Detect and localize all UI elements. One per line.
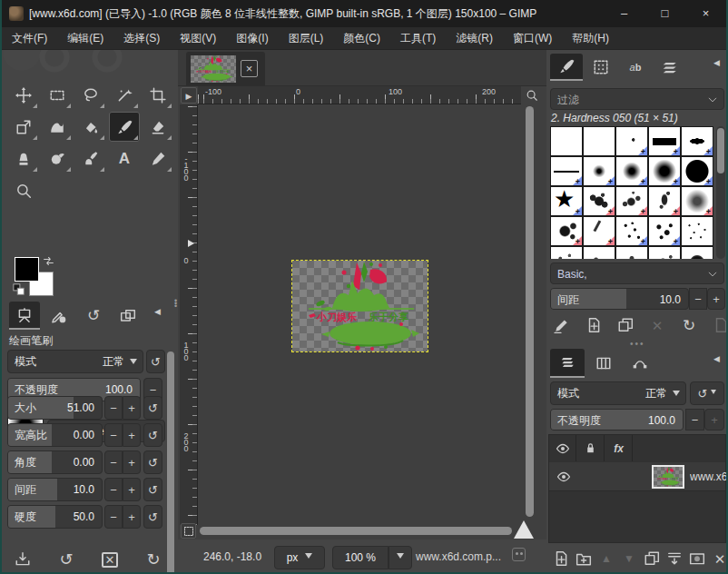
brush-cell-stroke[interactable]: + [583, 216, 615, 246]
zoom-tool[interactable] [8, 175, 39, 205]
硬度-increase-button[interactable]: + [123, 505, 141, 529]
duplicate-brush-button[interactable] [615, 315, 635, 335]
merge-down-button[interactable] [664, 548, 685, 569]
brush-cell-splat2[interactable]: + [615, 186, 648, 216]
brush-cell-soft3[interactable]: + [648, 156, 681, 186]
menu-l[interactable]: 图层(L) [279, 27, 334, 50]
tab-patterns[interactable] [585, 54, 617, 81]
crop-tool[interactable] [143, 80, 173, 110]
tool-options-vscrollbar[interactable] [167, 351, 174, 574]
brush-cell-soft2[interactable]: + [615, 156, 648, 186]
delete-layer-button[interactable]: ✕ [709, 548, 728, 569]
间距-decrease-button[interactable]: − [104, 478, 123, 501]
角度-increase-button[interactable]: + [123, 450, 141, 474]
角度-decrease-button[interactable]: − [104, 450, 123, 474]
bucket-fill-tool[interactable] [75, 112, 106, 142]
ruler-corner-menu-icon[interactable]: ▶ [181, 87, 197, 104]
new-group-button[interactable] [573, 548, 595, 569]
fx-header-icon[interactable]: fx [605, 435, 633, 461]
layer-row[interactable]: 小刀娱乐 乐于分享 www.x6d.com.p [549, 462, 725, 491]
brush-cell-disc[interactable]: + [681, 156, 713, 186]
brush-cell-dots[interactable]: + [615, 216, 648, 246]
宽高比-increase-button[interactable]: + [123, 423, 141, 447]
宽高比-decrease-button[interactable]: − [104, 423, 123, 447]
close-button[interactable]: × [685, 0, 726, 27]
warp-tool[interactable] [42, 112, 73, 142]
大小-decrease-button[interactable]: − [104, 396, 123, 420]
title-bar[interactable]: [www.x6d.com] (已导入) -1.0 (RGB 颜色 8 位非线性整… [2, 0, 726, 27]
brush-cell-soft1[interactable]: + [583, 156, 615, 186]
brush-cell-splat3[interactable]: + [648, 186, 681, 216]
brush-cell-tex3[interactable] [615, 246, 648, 259]
menu-i[interactable]: 图像(I) [226, 27, 278, 50]
image-tab[interactable]: 小刀娱乐 乐于分享 × [186, 52, 265, 85]
spacing-increase-button[interactable]: + [707, 288, 725, 310]
layer-mode-options-button[interactable]: ↺ [690, 381, 724, 405]
lower-layer-button[interactable]: ▼ [618, 548, 640, 569]
brush-grid-scrollbar[interactable] [716, 126, 725, 259]
foreground-color-swatch[interactable] [15, 257, 39, 282]
free-select-tool[interactable] [75, 80, 106, 110]
menu-v[interactable]: 视图(V) [170, 27, 226, 50]
menu-w[interactable]: 窗口(W) [503, 27, 562, 50]
间距-increase-button[interactable]: + [123, 478, 141, 501]
reset-mode-button[interactable]: ↺ [146, 350, 165, 373]
text-tool[interactable]: A [109, 144, 140, 173]
maximize-button[interactable]: □ [644, 0, 685, 27]
brush-cell-blobs[interactable]: + [648, 216, 681, 246]
tab-fonts[interactable]: ab [619, 54, 652, 81]
zoom-follow-icon[interactable] [524, 87, 540, 104]
canvas-image[interactable]: 小刀娱乐 乐于分享 [291, 260, 428, 352]
dock-tab-undo-history[interactable]: ↺ [78, 302, 109, 330]
brush-cell-blank[interactable] [583, 126, 615, 156]
brush-cell-blank[interactable] [550, 126, 583, 156]
间距-reset-button[interactable]: ↺ [143, 478, 162, 501]
minimize-button[interactable]: – [604, 0, 644, 27]
vertical-ruler[interactable]: - 2 0 0- 1 0 001 0 02 0 0 [180, 104, 198, 525]
status-thumb-icon[interactable] [512, 548, 526, 561]
paintbrush-tool[interactable] [109, 112, 140, 142]
layer-mask-button[interactable] [686, 548, 708, 569]
canvas-viewport[interactable]: 小刀娱乐 乐于分享 [198, 104, 521, 525]
硬度-slider[interactable]: 硬度50.0 [7, 505, 103, 529]
tab-paths[interactable] [623, 349, 657, 378]
dock-tab-tool-options[interactable] [9, 302, 40, 330]
close-image-icon[interactable]: × [241, 60, 258, 77]
raise-layer-button[interactable]: ▲ [595, 548, 617, 569]
reset-preset-button[interactable]: ↻ [143, 549, 163, 569]
dock-grip-handle[interactable]: ••• [630, 339, 645, 349]
brush-cell-hline[interactable]: + [550, 156, 583, 186]
new-brush-button[interactable] [584, 315, 604, 335]
layer-opacity-slider[interactable]: 不透明度 100.0 [550, 409, 684, 430]
save-preset-button[interactable] [13, 549, 33, 569]
refresh-brushes-button[interactable]: ↻ [679, 315, 699, 335]
menu-e[interactable]: 编辑(E) [57, 27, 113, 50]
大小-increase-button[interactable]: + [123, 396, 141, 420]
edit-brush-button[interactable] [552, 315, 572, 335]
tab-channels[interactable] [586, 349, 621, 378]
dock-tab-device-status[interactable] [44, 302, 74, 330]
menu-c[interactable]: 颜色(C) [333, 27, 390, 50]
tab-gradients[interactable] [654, 54, 686, 81]
角度-slider[interactable]: 角度0.00 [7, 450, 103, 474]
brush-cell-tex4[interactable] [648, 246, 681, 259]
大小-slider[interactable]: 大小51.00 [7, 396, 103, 420]
transform-tool[interactable] [8, 112, 39, 142]
rect-select-tool[interactable] [42, 80, 73, 110]
visibility-header-icon[interactable] [549, 435, 576, 461]
brush-cell-bar[interactable]: + [648, 126, 681, 156]
layer-visibility-icon[interactable] [556, 470, 571, 484]
canvas-hscrollbar[interactable] [198, 526, 516, 536]
menu-r[interactable]: 滤镜(R) [446, 27, 503, 50]
fuzzy-select-tool[interactable] [109, 80, 140, 110]
color-picker-tool[interactable] [143, 144, 173, 173]
角度-reset-button[interactable]: ↺ [143, 450, 162, 474]
硬度-reset-button[interactable]: ↺ [143, 505, 162, 529]
duplicate-layer-button[interactable] [641, 548, 663, 569]
swap-colors-icon[interactable] [43, 255, 54, 267]
menu-t[interactable]: 工具(T) [390, 27, 446, 50]
move-tool[interactable] [8, 80, 39, 110]
delete-brush-button[interactable]: ✕ [647, 315, 667, 335]
menu-f[interactable]: 文件(F) [2, 27, 57, 50]
open-brush-button[interactable] [711, 315, 728, 335]
